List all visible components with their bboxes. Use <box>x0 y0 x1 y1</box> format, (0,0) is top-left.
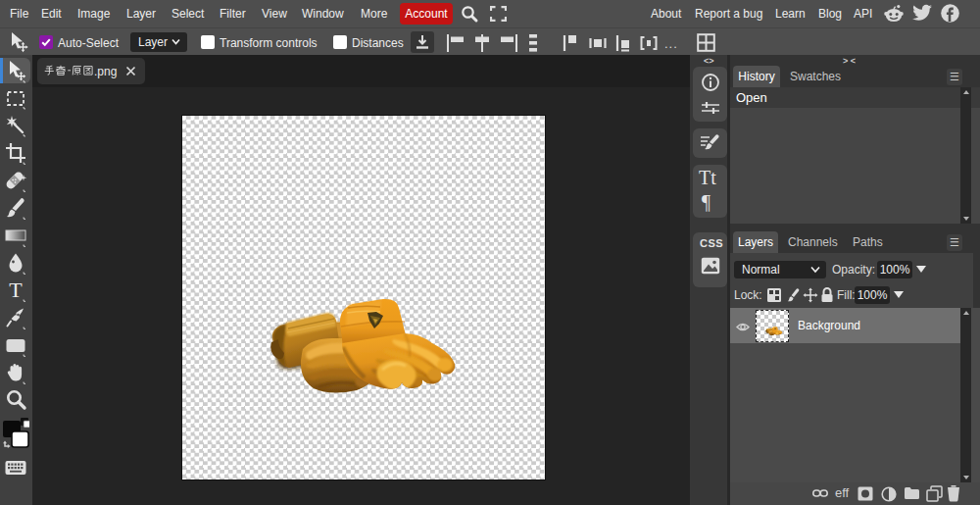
svg-text:T: T <box>9 278 23 302</box>
